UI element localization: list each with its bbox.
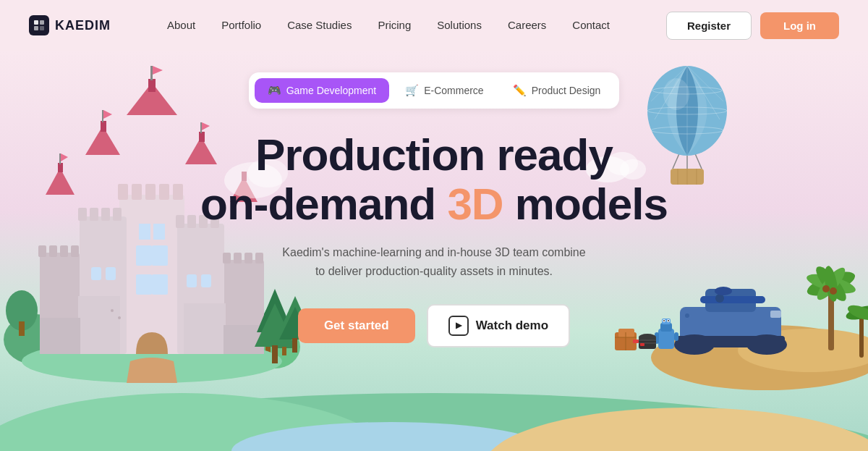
svg-rect-72 bbox=[153, 224, 165, 240]
svg-rect-70 bbox=[152, 274, 168, 295]
svg-point-123 bbox=[715, 287, 732, 295]
tab-product-design[interactable]: ✏️ Product Design bbox=[500, 78, 614, 103]
svg-rect-80 bbox=[40, 318, 80, 354]
logo-icon bbox=[29, 15, 49, 35]
svg-rect-25 bbox=[78, 208, 87, 221]
svg-rect-30 bbox=[176, 215, 184, 228]
hero-headline: Production ready on-demand 3D models bbox=[200, 130, 668, 229]
nav-buttons: Register Log in bbox=[666, 12, 839, 40]
brand-name: KAEDIM bbox=[55, 18, 111, 33]
svg-rect-118 bbox=[700, 296, 765, 303]
svg-rect-67 bbox=[136, 245, 152, 266]
nav-link-about[interactable]: About bbox=[167, 19, 195, 31]
hero-section: 🎮 Game Development 🛒 E-Commerce ✏️ Produ… bbox=[0, 51, 868, 451]
svg-marker-63 bbox=[61, 153, 68, 161]
svg-rect-47 bbox=[150, 66, 153, 80]
svg-rect-11 bbox=[19, 321, 25, 336]
svg-point-112 bbox=[830, 287, 837, 295]
svg-rect-73 bbox=[91, 267, 101, 280]
svg-rect-71 bbox=[139, 224, 150, 240]
svg-rect-31 bbox=[187, 215, 196, 228]
svg-point-111 bbox=[822, 285, 830, 292]
svg-rect-35 bbox=[38, 245, 46, 257]
register-button[interactable]: Register bbox=[666, 12, 752, 40]
svg-rect-152 bbox=[272, 345, 278, 363]
svg-point-124 bbox=[685, 313, 689, 318]
hero-subtitle: Kaedim's machine-learning and in-house 3… bbox=[282, 243, 586, 280]
ecommerce-icon: 🛒 bbox=[405, 84, 419, 97]
nav-link-pricing[interactable]: Pricing bbox=[378, 19, 411, 31]
design-icon: ✏️ bbox=[513, 84, 527, 97]
svg-rect-20 bbox=[132, 184, 142, 200]
category-tabs: 🎮 Game Development 🛒 E-Commerce ✏️ Produ… bbox=[249, 72, 620, 109]
hero-content: 🎮 Game Development 🛒 E-Commerce ✏️ Produ… bbox=[200, 51, 668, 347]
nav-link-case-studies[interactable]: Case Studies bbox=[287, 19, 352, 31]
svg-rect-69 bbox=[136, 274, 152, 295]
tab-ecommerce[interactable]: 🛒 E-Commerce bbox=[392, 78, 496, 103]
svg-rect-28 bbox=[113, 208, 122, 221]
get-started-button[interactable]: Get started bbox=[298, 308, 415, 343]
navbar: KAEDIM About Portfolio Case Studies Pric… bbox=[0, 0, 868, 51]
svg-rect-1 bbox=[40, 20, 44, 25]
svg-rect-126 bbox=[770, 311, 781, 318]
tab-game-development[interactable]: 🎮 Game Development bbox=[255, 78, 390, 103]
nav-link-portfolio[interactable]: Portfolio bbox=[221, 19, 261, 31]
watch-demo-button[interactable]: ▶ Watch demo bbox=[427, 304, 570, 347]
svg-rect-0 bbox=[34, 20, 38, 25]
svg-rect-46 bbox=[148, 79, 156, 92]
svg-rect-18 bbox=[119, 195, 184, 354]
svg-rect-76 bbox=[187, 274, 197, 287]
svg-marker-53 bbox=[103, 110, 112, 119]
svg-rect-2 bbox=[34, 26, 38, 30]
svg-rect-27 bbox=[101, 208, 110, 221]
svg-rect-62 bbox=[59, 153, 61, 164]
svg-rect-68 bbox=[152, 245, 168, 266]
cta-buttons: Get started ▶ Watch demo bbox=[298, 304, 570, 347]
nav-link-solutions[interactable]: Solutions bbox=[437, 19, 482, 31]
svg-rect-22 bbox=[159, 184, 169, 200]
svg-rect-21 bbox=[145, 184, 156, 200]
svg-rect-121 bbox=[676, 336, 785, 347]
svg-point-82 bbox=[111, 309, 114, 312]
svg-rect-52 bbox=[102, 110, 103, 122]
svg-rect-37 bbox=[60, 245, 68, 257]
game-icon: 🎮 bbox=[268, 84, 281, 97]
svg-rect-113 bbox=[859, 314, 864, 358]
svg-marker-48 bbox=[153, 66, 163, 75]
nav-link-careers[interactable]: Careers bbox=[508, 19, 546, 31]
svg-rect-78 bbox=[78, 296, 120, 354]
svg-rect-135 bbox=[674, 332, 678, 341]
svg-rect-74 bbox=[106, 267, 116, 280]
nav-links: About Portfolio Case Studies Pricing Sol… bbox=[167, 19, 610, 32]
svg-rect-23 bbox=[173, 184, 183, 200]
nav-link-contact[interactable]: Contact bbox=[572, 19, 610, 31]
svg-rect-51 bbox=[101, 121, 106, 132]
svg-rect-3 bbox=[40, 26, 44, 30]
svg-rect-38 bbox=[71, 245, 79, 257]
svg-rect-26 bbox=[90, 208, 98, 221]
svg-point-133 bbox=[668, 320, 669, 321]
svg-point-83 bbox=[118, 316, 121, 319]
svg-rect-19 bbox=[118, 184, 128, 200]
svg-rect-36 bbox=[49, 245, 57, 257]
play-icon: ▶ bbox=[448, 316, 469, 336]
logo[interactable]: KAEDIM bbox=[29, 15, 111, 35]
login-button[interactable]: Log in bbox=[760, 12, 839, 39]
